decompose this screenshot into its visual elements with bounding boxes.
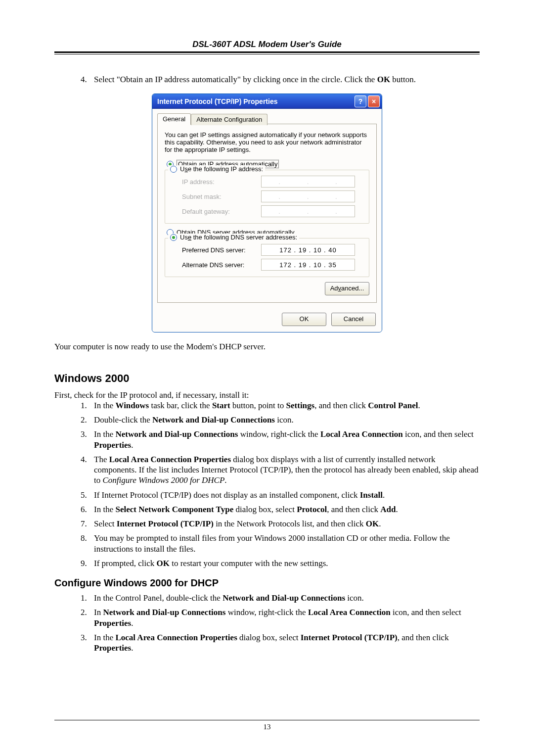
radio-use-dns[interactable] xyxy=(170,234,177,241)
step-4-text-b: button. xyxy=(390,75,416,84)
radio-use-dns-row[interactable]: Use the following DNS server addresses: xyxy=(168,234,299,241)
input-ip-address: ... xyxy=(261,176,355,188)
input-alternate-dns[interactable]: 172 . 19 . 10 . 35 xyxy=(261,259,355,271)
win2000-list: In the Windows task bar, click the Start… xyxy=(54,400,480,568)
tab-alternate-configuration[interactable]: Alternate Configuration xyxy=(191,114,267,125)
dialog-titlebar: Internet Protocol (TCP/IP) Properties ? … xyxy=(152,94,382,109)
cancel-button[interactable]: Cancel xyxy=(331,313,376,326)
step-list: Select "Obtain an IP address automatical… xyxy=(54,74,480,85)
win2000-item-5: If Internet Protocol (TCP/IP) does not d… xyxy=(89,490,480,500)
label-preferred-dns: Preferred DNS server: xyxy=(182,246,261,254)
page-number: 13 xyxy=(264,723,271,731)
after-dialog-text: Your computer is now ready to use the Mo… xyxy=(54,341,480,352)
label-ip-address: IP address: xyxy=(182,178,261,186)
cfg2000-item-2: In Network and Dial-up Connections windo… xyxy=(89,607,480,628)
dns-fieldset: Use the following DNS server addresses: … xyxy=(165,238,369,277)
tab-panel-general: You can get IP settings assigned automat… xyxy=(157,124,377,303)
dialog-tabs: General Alternate Configuration xyxy=(157,113,377,124)
win2000-item-9: If prompted, click OK to restart your co… xyxy=(89,558,480,568)
tcpip-properties-dialog: Internet Protocol (TCP/IP) Properties ? … xyxy=(152,94,382,332)
cfg2000-item-3: In the Local Area Connection Properties … xyxy=(89,632,480,654)
dialog-title: Internet Protocol (TCP/IP) Properties xyxy=(157,97,353,105)
advanced-button[interactable]: Advanced... xyxy=(325,282,369,295)
step-4: Select "Obtain an IP address automatical… xyxy=(89,74,480,85)
cfg2000-item-1: In the Control Panel, double-click the N… xyxy=(89,593,480,603)
heading-windows-2000: Windows 2000 xyxy=(54,372,480,385)
label-default-gateway: Default gateway: xyxy=(182,208,261,215)
win2000-item-6: In the Select Network Component Type dia… xyxy=(89,504,480,515)
win2000-item-4: The Local Area Connection Properties dia… xyxy=(89,454,480,486)
win2000-item-1: In the Windows task bar, click the Start… xyxy=(89,400,480,411)
close-icon[interactable]: × xyxy=(368,95,380,107)
label-alternate-dns: Alternate DNS server: xyxy=(182,261,261,269)
radio-use-ip-label: Use the following IP address: xyxy=(180,165,263,173)
ok-button[interactable]: OK xyxy=(282,313,326,326)
tab-general[interactable]: General xyxy=(157,113,191,125)
heading-configure-win2000-dhcp: Configure Windows 2000 for DHCP xyxy=(54,577,480,589)
step-4-text-a: Select "Obtain an IP address automatical… xyxy=(94,75,377,84)
page-header: DSL-360T ADSL Modem User's Guide xyxy=(54,40,480,49)
radio-use-ip-row[interactable]: Use the following IP address: xyxy=(168,165,265,173)
label-subnet-mask: Subnet mask: xyxy=(182,193,261,200)
win2000-item-3: In the Network and Dial-up Connections w… xyxy=(89,429,480,450)
header-rule xyxy=(54,51,480,54)
page-footer: 13 xyxy=(54,720,480,731)
radio-use-dns-label: Use the following DNS server addresses: xyxy=(180,234,297,241)
cfg2000-list: In the Control Panel, double-click the N… xyxy=(54,593,480,653)
input-default-gateway: ... xyxy=(261,205,355,217)
win2000-intro: First, check for the IP protocol and, if… xyxy=(54,390,480,400)
help-icon[interactable]: ? xyxy=(355,95,366,107)
win2000-item-7: Select Internet Protocol (TCP/IP) in the… xyxy=(89,519,480,529)
ip-fieldset: Use the following IP address: IP address… xyxy=(165,170,369,224)
dialog-description: You can get IP settings assigned automat… xyxy=(165,131,369,153)
win2000-item-2: Double-click the Network and Dial-up Con… xyxy=(89,415,480,425)
radio-use-ip[interactable] xyxy=(170,166,177,173)
win2000-item-8: You may be prompted to install files fro… xyxy=(89,533,480,554)
step-4-ok: OK xyxy=(377,75,390,84)
input-subnet-mask: ... xyxy=(261,190,355,202)
input-preferred-dns[interactable]: 172 . 19 . 10 . 40 xyxy=(261,244,355,256)
